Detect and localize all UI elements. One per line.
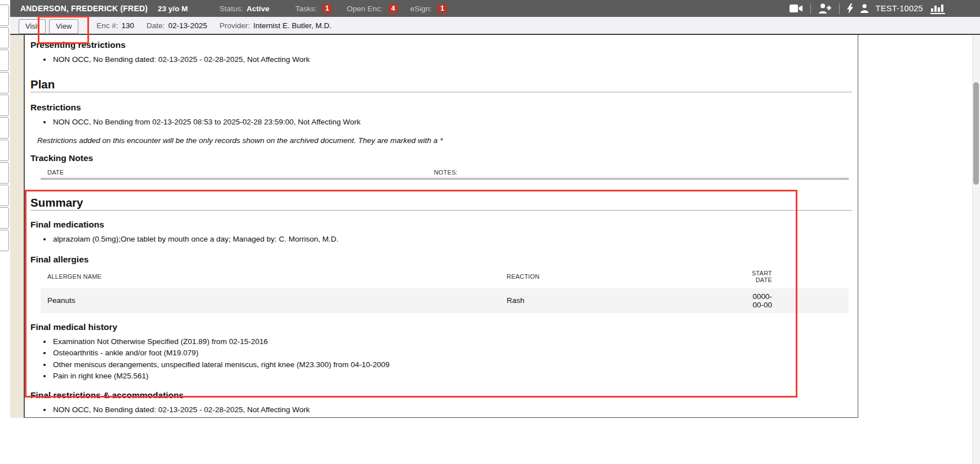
side-tab-stub[interactable] [0, 5, 9, 26]
document-margin-strip [10, 35, 24, 418]
side-tab-stub[interactable] [0, 185, 9, 206]
list-item: NON OCC, No Bending dated: 02-13-2025 - … [52, 404, 852, 416]
tasks-label: Tasks: [295, 5, 317, 13]
add-user-icon[interactable] [818, 3, 832, 14]
tab-visit[interactable]: Visit [19, 19, 46, 34]
enc-date-value: 02-13-2025 [168, 21, 207, 30]
side-tab-stub[interactable] [0, 72, 9, 93]
patient-age-sex: 23 y/o M [158, 5, 188, 13]
list-item: Osteoarthritis - ankle and/or foot (M19.… [52, 347, 852, 359]
column-header-date: DATE [41, 168, 427, 179]
start-date-cell: 0000-00-00 [741, 287, 849, 313]
side-tab-stub[interactable] [0, 117, 9, 139]
final-medical-history-heading: Final medical history [30, 322, 852, 332]
patient-header-bar: ANDERSON, FREDERICK (FRED) 23 y/o M Stat… [8, 0, 980, 17]
final-medications-list: alprazolam (0.5mg);One tablet by mouth o… [30, 234, 852, 246]
side-tab-stub[interactable] [0, 162, 9, 184]
scrollbar-thumb[interactable] [973, 82, 979, 185]
open-enc-count-badge[interactable]: 4 [388, 4, 398, 14]
final-restrictions-list: NON OCC, No Bending dated: 02-13-2025 - … [30, 404, 852, 416]
list-item: Pain in right knee (M25.561) [52, 371, 852, 382]
final-allergies-table: ALLERGEN NAME REACTION START DATE Peanut… [41, 269, 849, 313]
video-camera-icon[interactable] [790, 4, 803, 13]
esign-label: eSign: [410, 5, 432, 13]
encounter-document: Presenting restrictions NON OCC, No Bend… [24, 35, 858, 418]
list-item: NON OCC, No Bending from 02-13-2025 08:5… [52, 117, 852, 128]
provider-value: Internist E. Butler, M.D. [253, 21, 331, 30]
column-header-notes: NOTES: [427, 168, 849, 179]
workstation-id[interactable]: TEST-10025 [876, 4, 923, 13]
patient-name: ANDERSON, FREDERICK (FRED) [20, 4, 148, 13]
tracking-notes-heading: Tracking Notes [30, 153, 852, 163]
toolbar-divider [839, 3, 840, 14]
final-medications-heading: Final medications [30, 219, 852, 230]
esign-count-badge[interactable]: 1 [437, 4, 447, 14]
enc-number-value: 130 [122, 21, 135, 30]
status-label: Status: [219, 5, 243, 13]
restrictions-list: NON OCC, No Bending from 02-13-2025 08:5… [30, 117, 852, 128]
final-allergies-heading: Final allergies [30, 254, 852, 265]
tasks-count-badge[interactable]: 1 [322, 4, 332, 14]
user-icon[interactable] [861, 4, 868, 13]
column-header-reaction: REACTION [500, 269, 741, 287]
final-medical-history-list: Examination Not Otherwise Specified (Z01… [30, 336, 852, 382]
side-tab-stub[interactable] [0, 27, 9, 48]
side-tab-stub[interactable] [0, 207, 9, 229]
column-header-start-date: START DATE [741, 269, 849, 287]
column-header-allergen-name: ALLERGEN NAME [41, 269, 500, 287]
presenting-restrictions-list: NON OCC, No Bending dated: 02-13-2025 - … [30, 54, 852, 66]
status-value: Active [246, 5, 269, 13]
reaction-cell: Rash [500, 287, 741, 313]
enc-date-label: Date: [147, 21, 165, 30]
plan-heading: Plan [30, 78, 852, 92]
open-enc-label: Open Enc: [347, 5, 383, 13]
restrictions-heading: Restrictions [30, 102, 852, 113]
allergy-row: Peanuts Rash 0000-00-00 [41, 287, 849, 313]
side-tab-rail [0, 0, 10, 464]
list-item: Other meniscus derangements, unspecified… [52, 359, 852, 371]
side-tab-stub[interactable] [0, 140, 9, 161]
enc-number-label: Enc #: [96, 21, 118, 30]
tracking-notes-table: DATE NOTES: [41, 168, 849, 180]
toolbar-divider [810, 3, 811, 14]
encounter-info: Enc #: 130 Date: 02-13-2025 Provider: In… [96, 17, 331, 34]
tab-view[interactable]: View [49, 19, 78, 34]
list-item: NON OCC, No Bending dated: 02-13-2025 - … [52, 54, 852, 66]
provider-label: Provider: [219, 21, 250, 30]
side-tab-stub[interactable] [0, 50, 9, 71]
encounter-tab-bar: Visit View Enc #: 130 Date: 02-13-2025 P… [8, 17, 980, 35]
summary-heading: Summary [30, 197, 852, 211]
side-tab-stub[interactable] [0, 95, 9, 116]
app-window: ANDERSON, FREDERICK (FRED) 23 y/o M Stat… [0, 0, 980, 464]
presenting-restrictions-heading: Presenting restrictions [30, 39, 852, 50]
list-item: alprazolam (0.5mg);One tablet by mouth o… [52, 234, 852, 246]
allergen-name-cell: Peanuts [41, 287, 500, 313]
bar-chart-icon[interactable] [930, 3, 945, 14]
side-tab-stub[interactable] [0, 230, 9, 251]
header-toolbar: TEST-10025 [790, 0, 945, 17]
lightning-icon[interactable] [847, 3, 853, 14]
restrictions-note: Restrictions added on this encounter wil… [37, 135, 852, 146]
list-item: Examination Not Otherwise Specified (Z01… [52, 336, 852, 348]
final-restrictions-heading: Final restrictions & accommodations [30, 390, 852, 400]
